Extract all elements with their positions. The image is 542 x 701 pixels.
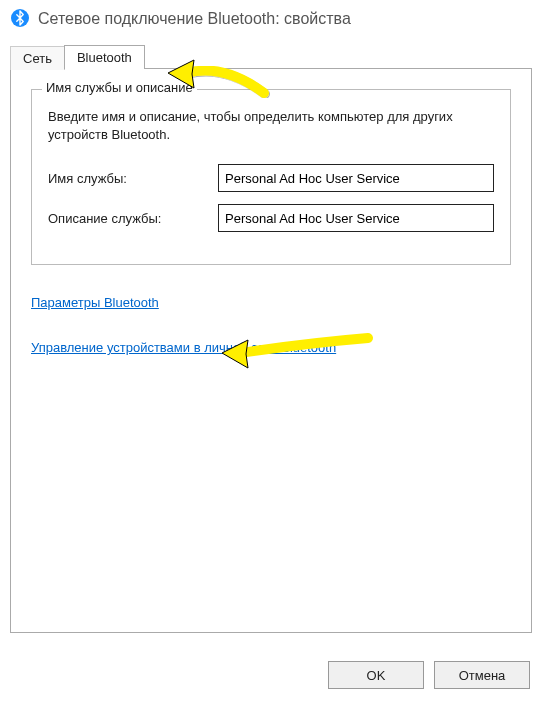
service-groupbox: Имя службы и описание Введите имя и опис… — [31, 89, 511, 265]
tab-strip: Сеть Bluetooth — [10, 44, 532, 68]
titlebar: Сетевое подключение Bluetooth: свойства — [0, 0, 542, 38]
tab-network[interactable]: Сеть — [10, 46, 65, 70]
service-name-label: Имя службы: — [48, 171, 218, 186]
tab-bluetooth[interactable]: Bluetooth — [64, 45, 145, 69]
service-name-input[interactable] — [218, 164, 494, 192]
manage-devices-link[interactable]: Управление устройствами в личной сети Bl… — [31, 340, 336, 355]
tab-content: Имя службы и описание Введите имя и опис… — [10, 68, 532, 633]
window-title: Сетевое подключение Bluetooth: свойства — [38, 10, 351, 28]
cancel-button[interactable]: Отмена — [434, 661, 530, 689]
bluetooth-params-link[interactable]: Параметры Bluetooth — [31, 295, 159, 310]
ok-button[interactable]: OK — [328, 661, 424, 689]
group-legend: Имя службы и описание — [42, 80, 197, 95]
service-desc-input[interactable] — [218, 204, 494, 232]
service-desc-label: Описание службы: — [48, 211, 218, 226]
bluetooth-icon — [10, 8, 30, 31]
button-bar: OK Отмена — [328, 661, 530, 689]
desc-row: Описание службы: — [48, 204, 494, 232]
group-description: Введите имя и описание, чтобы определить… — [48, 108, 494, 144]
name-row: Имя службы: — [48, 164, 494, 192]
